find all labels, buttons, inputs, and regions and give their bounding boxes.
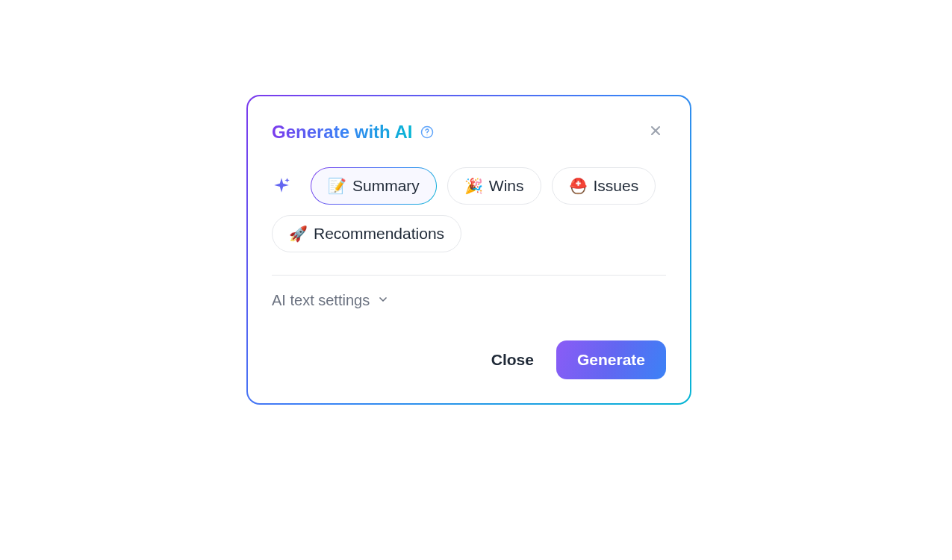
chip-issues[interactable]: ⛑️ Issues xyxy=(552,167,656,205)
generate-ai-dialog: Generate with AI xyxy=(246,95,691,405)
close-icon xyxy=(648,123,663,140)
title-wrap: Generate with AI xyxy=(272,122,435,143)
chip-label: Issues xyxy=(594,177,639,195)
memo-icon: 📝 xyxy=(328,178,346,193)
chip-wins[interactable]: 🎉 Wins xyxy=(447,167,541,205)
generate-button[interactable]: Generate xyxy=(556,340,666,379)
help-icon[interactable] xyxy=(420,125,435,140)
rocket-icon: 🚀 xyxy=(289,226,308,241)
chip-label: Wins xyxy=(489,177,524,195)
chip-label: Summary xyxy=(352,177,420,195)
party-icon: 🎉 xyxy=(464,178,483,193)
dialog-header: Generate with AI xyxy=(272,120,666,143)
ai-text-settings-toggle[interactable]: AI text settings xyxy=(272,292,389,309)
close-icon-button[interactable] xyxy=(645,120,666,143)
divider xyxy=(272,275,666,276)
svg-point-1 xyxy=(427,134,428,135)
sparkle-icon xyxy=(272,176,291,196)
settings-label: AI text settings xyxy=(272,292,370,309)
chip-label: Recommendations xyxy=(314,225,444,243)
dialog-footer: Close Generate xyxy=(272,340,666,379)
chevron-down-icon xyxy=(377,292,389,309)
helmet-icon: ⛑️ xyxy=(569,178,588,193)
chips-row: 📝 Summary 🎉 Wins ⛑️ Issues 🚀 Recommendat… xyxy=(272,167,666,252)
chip-summary[interactable]: 📝 Summary xyxy=(311,167,437,205)
dialog-title: Generate with AI xyxy=(272,122,412,143)
close-button[interactable]: Close xyxy=(485,342,540,378)
chip-recommendations[interactable]: 🚀 Recommendations xyxy=(272,215,461,252)
